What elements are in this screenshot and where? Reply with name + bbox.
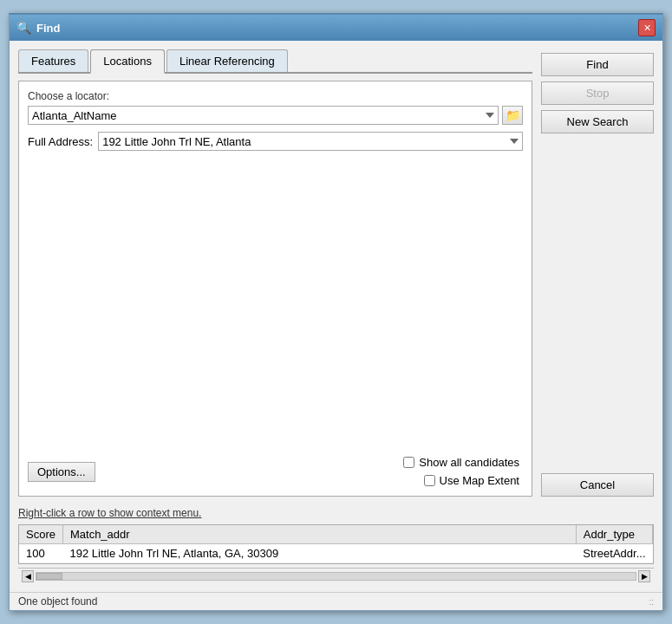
title-bar: 🔍 Find ✕ <box>10 15 662 41</box>
tab-linear-referencing[interactable]: Linear Referencing <box>166 49 288 72</box>
dialog-title: Find <box>36 22 60 35</box>
tab-features[interactable]: Features <box>18 49 88 72</box>
address-row: Full Address: 192 Little John Trl NE, At… <box>28 132 523 151</box>
cancel-button[interactable]: Cancel <box>541 473 654 497</box>
locator-select[interactable]: Atlanta_AltName <box>28 106 499 125</box>
checkboxes-area: Show all candidates Use Map Extent <box>403 456 523 487</box>
locator-row: Choose a locator: Atlanta_AltName 📁 <box>28 90 523 125</box>
right-panel: Find Stop New Search Cancel <box>541 49 654 497</box>
content-box: Choose a locator: Atlanta_AltName 📁 Full… <box>18 81 532 497</box>
show-all-candidates-checkbox[interactable] <box>403 457 414 468</box>
col-addr-type: Addr_type <box>576 525 652 544</box>
show-all-candidates-label: Show all candidates <box>403 456 519 469</box>
dialog-icon: 🔍 <box>16 21 31 35</box>
cell-score: 100 <box>19 544 62 563</box>
col-score: Score <box>19 525 62 544</box>
status-bar: One object found :: <box>10 592 662 610</box>
tab-locations[interactable]: Locations <box>90 49 165 74</box>
close-button[interactable]: ✕ <box>638 19 656 36</box>
scroll-left-button[interactable]: ◀ <box>22 570 34 582</box>
stop-button[interactable]: Stop <box>541 81 654 105</box>
cell-match-addr: 192 Little John Trl NE, Atlanta, GA, 303… <box>62 544 576 563</box>
horizontal-scrollbar: ◀ ▶ <box>18 568 654 583</box>
scroll-track[interactable] <box>36 572 636 581</box>
address-select[interactable]: 192 Little John Trl NE, Atlanta <box>98 132 523 151</box>
locator-folder-button[interactable]: 📁 <box>502 106 523 125</box>
address-label: Full Address: <box>28 135 93 148</box>
col-match-addr: Match_addr <box>62 525 576 544</box>
status-text: One object found <box>18 595 97 608</box>
context-hint: Right-click a row to show context menu. <box>18 505 654 521</box>
table-row[interactable]: 100 192 Little John Trl NE, Atlanta, GA,… <box>19 544 653 563</box>
tab-bar: Features Locations Linear Referencing <box>18 49 532 74</box>
use-map-extent-checkbox[interactable] <box>424 475 435 486</box>
table-header-row: Score Match_addr Addr_type <box>19 525 653 544</box>
content-spacer <box>28 158 523 449</box>
folder-icon: 📁 <box>506 108 520 122</box>
find-dialog: 🔍 Find ✕ Features Locations Linear Refer… <box>9 13 663 611</box>
scroll-thumb[interactable] <box>36 573 62 580</box>
left-panel: Features Locations Linear Referencing Ch… <box>18 49 532 497</box>
results-table: Score Match_addr Addr_type 100 192 Littl… <box>19 525 653 563</box>
use-map-extent-label: Use Map Extent <box>424 474 520 487</box>
results-table-wrapper: Score Match_addr Addr_type 100 192 Littl… <box>18 524 654 564</box>
bottom-section: Right-click a row to show context menu. … <box>10 505 662 592</box>
cell-addr-type: StreetAddr... <box>576 544 652 563</box>
options-button[interactable]: Options... <box>28 462 95 482</box>
status-bar-right: :: <box>649 597 654 607</box>
options-row: Options... Show all candidates Use Map E… <box>28 456 523 487</box>
new-search-button[interactable]: New Search <box>541 110 654 133</box>
locator-label: Choose a locator: <box>28 90 523 102</box>
dialog-body: Features Locations Linear Referencing Ch… <box>10 41 662 505</box>
scroll-right-button[interactable]: ▶ <box>638 570 650 582</box>
locator-select-row: Atlanta_AltName 📁 <box>28 106 523 125</box>
find-button[interactable]: Find <box>541 53 654 76</box>
right-spacer <box>541 139 654 468</box>
